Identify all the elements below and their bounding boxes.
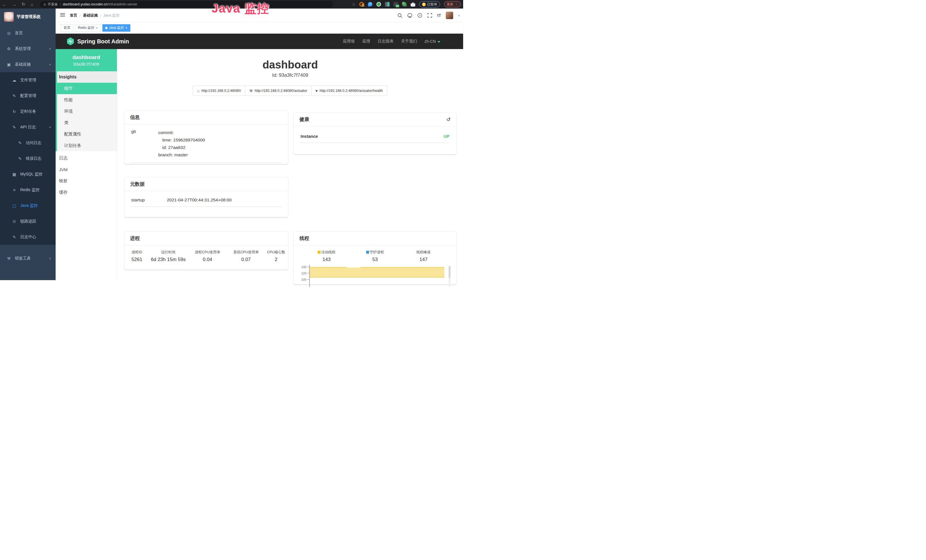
history-icon[interactable]: ↺: [446, 117, 451, 123]
address-bar[interactable]: ⚠ 不安全 dashboard.yudao.iocoder.cn/infra/a…: [40, 1, 333, 8]
page-title: dashboard: [117, 59, 463, 71]
sba-item-caches[interactable]: 缓存: [56, 186, 117, 198]
sidebar-item-java-monitor[interactable]: ▢ Java 监控: [0, 198, 56, 213]
heartbeat-icon: ♥: [315, 89, 318, 93]
chevron-down-icon: ∨: [49, 47, 51, 50]
sidebar-item-system-management[interactable]: ⚙ 系统管理 ∨: [0, 41, 56, 56]
sba-nav-journal[interactable]: 日志报表: [378, 39, 393, 44]
reload-icon[interactable]: ↻: [22, 2, 26, 7]
paused-pill[interactable]: 已暂停: [419, 1, 440, 8]
sidebar-item-scheduled-tasks[interactable]: ↻ 定时任务: [0, 104, 56, 119]
tab-redis-monitor[interactable]: Redis 监控 ×: [75, 24, 101, 32]
sidebar-item-error-logs[interactable]: ✎ 错误日志: [0, 151, 56, 166]
card-metadata-title: 元数据: [124, 177, 288, 191]
breadcrumb-home[interactable]: 首页: [70, 13, 77, 18]
sidebar-item-log-center[interactable]: ✎ 日志中心: [0, 229, 56, 245]
card-health-title: 健康: [300, 116, 309, 123]
tab-home[interactable]: 首页: [61, 24, 73, 32]
github-icon[interactable]: [407, 13, 412, 18]
extension-leaf-icon[interactable]: [402, 2, 407, 6]
sidebar-item-tracing[interactable]: ⊙ 链路追踪: [0, 213, 56, 229]
sba-item-logs[interactable]: 日志: [56, 152, 117, 164]
sba-content: dashboard Id: 93a3fc7f7409 ⌂ http://192.…: [117, 49, 463, 280]
sba-nav-applications[interactable]: 应用: [362, 39, 370, 44]
sidebar-item-config-management[interactable]: ✎ 配置管理: [0, 88, 56, 104]
sidebar-item-dev-tools[interactable]: ⚒ 研发工具 ∨: [0, 250, 56, 266]
threads-values: 143 53 147: [294, 257, 456, 262]
chevron-down-icon: ∨: [49, 257, 51, 260]
sba-nav-wallboard[interactable]: 应用墙: [343, 39, 355, 44]
tab-java-monitor[interactable]: Java 监控 ×: [102, 24, 130, 32]
emoji-face-icon: [422, 3, 426, 6]
sidebar-item-file-management[interactable]: ☁ 文件管理: [0, 72, 56, 88]
health-url-button[interactable]: ♥ http://192.168.0.2:48080/actuator/heal…: [311, 86, 387, 96]
search-icon[interactable]: [397, 13, 402, 18]
chart-area-notch: [347, 267, 360, 268]
forward-icon[interactable]: →: [12, 2, 16, 7]
sba-section-insights[interactable]: Insights: [56, 71, 117, 83]
threads-legend: 活动线程 守护进程 线程峰值: [294, 250, 456, 255]
close-icon[interactable]: ×: [96, 26, 98, 30]
chevron-up-icon: ∧: [49, 63, 51, 66]
actuator-url-button[interactable]: ⚒ http://192.168.0.2:48080/actuator: [245, 86, 312, 96]
toolbox-icon: ⚒: [6, 256, 11, 261]
sidebar-item-access-logs[interactable]: ✎ 访问日志: [0, 135, 56, 151]
sidebar-item-mysql-monitor[interactable]: ▦ MySQL 监控: [0, 166, 56, 182]
monitor-icon: ▣: [6, 62, 11, 67]
caret-down-icon: [437, 41, 440, 43]
sba-item-mappings[interactable]: 映射: [56, 175, 117, 186]
update-button[interactable]: 更新 ⋮: [444, 1, 461, 8]
log-icon: ✎: [12, 125, 17, 130]
url-host: dashboard.yudao.iocoder.cn: [63, 2, 107, 6]
browser-menu-dots-icon[interactable]: ⋮: [455, 2, 458, 6]
app-logo-row[interactable]: 芋道管理系统: [0, 9, 56, 25]
service-url-button[interactable]: ⌂ http://192.168.0.2:48080/: [193, 86, 245, 96]
sba-brand[interactable]: Spring Boot Admin: [67, 37, 129, 45]
extensions-puzzle-icon[interactable]: [411, 2, 415, 6]
sidebar-item-api-logs[interactable]: ✎ API 日志 ∧: [0, 119, 56, 135]
chart-area-live-threads: [310, 267, 444, 278]
eye-icon: ⊙: [12, 219, 17, 224]
sidebar-item-infrastructure[interactable]: ▣ 基础设施 ∧: [0, 56, 56, 72]
sidebar-item-redis-monitor[interactable]: ≡ Redis 监控: [0, 182, 56, 198]
instance-id: 93a3fc7f7409: [56, 62, 117, 67]
chart-scrollbar[interactable]: [449, 266, 451, 280]
card-health: 健康 ↺ Instance UP: [294, 113, 456, 154]
sba-item-environment[interactable]: 环境: [56, 106, 117, 117]
avatar[interactable]: [446, 12, 453, 19]
annotation-java-monitor: Java 监控: [212, 1, 269, 17]
avatar-caret-icon[interactable]: ▾: [458, 14, 460, 17]
extension-pin-icon[interactable]: [368, 2, 372, 6]
extension-grid-icon[interactable]: [385, 2, 390, 6]
info-git-row: git commit: time: 1596289704000 id: 27aa…: [131, 129, 281, 163]
health-instance-row[interactable]: Instance UP: [301, 134, 449, 143]
extension-orange-icon[interactable]: 1: [359, 2, 364, 6]
bookmark-star-icon[interactable]: ☆: [352, 2, 356, 6]
instance-links: ⌂ http://192.168.0.2:48080/ ⚒ http://192…: [117, 86, 463, 96]
extension-screenshot-icon[interactable]: on: [393, 2, 398, 6]
page-subtitle-id: Id: 93a3fc7f7409: [117, 73, 463, 78]
sba-item-jvm[interactable]: JVM: [56, 164, 117, 175]
sba-item-scheduled[interactable]: 计划任务: [56, 140, 117, 151]
font-size-icon[interactable]: tT: [437, 13, 441, 18]
sba-item-metrics[interactable]: 性能: [56, 94, 117, 106]
fullscreen-icon[interactable]: [427, 13, 432, 18]
sba-nav-about[interactable]: 关于我们: [401, 39, 417, 44]
sba-instance-header[interactable]: dashboard 93a3fc7f7409: [56, 49, 117, 71]
extension-green-circle-icon[interactable]: [377, 2, 381, 6]
back-icon[interactable]: ←: [2, 2, 6, 7]
sba-language-select[interactable]: zh-CN: [424, 39, 440, 44]
svg-text:?: ?: [419, 14, 421, 17]
sba-item-details[interactable]: 细节: [56, 83, 117, 94]
close-icon[interactable]: ×: [126, 26, 127, 30]
timer-icon: ↻: [12, 109, 17, 114]
sba-item-config-props[interactable]: 配置属性: [56, 129, 117, 140]
help-icon[interactable]: ?: [417, 13, 422, 18]
gear-icon: ⚙: [6, 47, 11, 51]
home-icon[interactable]: ⌂: [31, 2, 33, 7]
cloud-upload-icon: ☁: [12, 78, 17, 82]
sidebar-item-home[interactable]: ◎ 首页: [0, 25, 56, 41]
breadcrumb-infrastructure[interactable]: 基础设施: [83, 13, 98, 18]
sidebar-toggle-icon[interactable]: [60, 13, 65, 17]
sba-item-classes[interactable]: 类: [56, 117, 117, 129]
